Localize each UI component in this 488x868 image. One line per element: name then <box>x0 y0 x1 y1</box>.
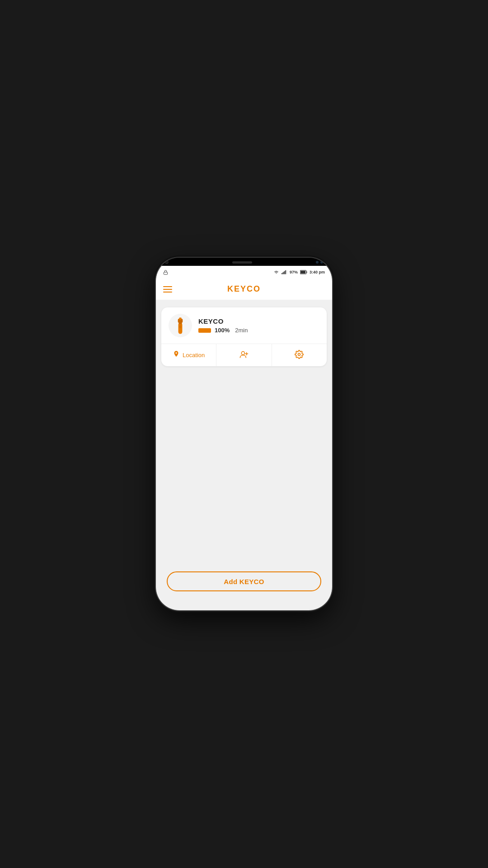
svg-rect-4 <box>285 270 286 274</box>
svg-point-17 <box>298 354 300 356</box>
device-info-row: KEYCO 100% 2min <box>161 307 327 344</box>
add-keyco-wrap: Add KEYCO <box>161 562 327 599</box>
status-left <box>163 270 168 275</box>
phone-frame: 97% 3:40 pm KEYCO <box>156 258 332 610</box>
hamburger-line-1 <box>163 286 172 287</box>
battery-icon <box>300 270 307 274</box>
settings-button[interactable] <box>272 344 327 366</box>
screen-lock-icon <box>163 270 168 275</box>
svg-rect-12 <box>179 317 181 320</box>
wifi-icon <box>273 270 279 274</box>
add-keyco-button[interactable]: Add KEYCO <box>167 571 321 591</box>
svg-rect-8 <box>300 271 305 274</box>
keyco-device-icon <box>174 316 187 335</box>
hamburger-line-2 <box>163 289 172 290</box>
front-camera-icon <box>165 260 169 264</box>
sensor2-icon <box>320 261 323 264</box>
settings-gear-icon <box>295 350 304 360</box>
svg-point-14 <box>241 352 244 355</box>
svg-rect-3 <box>284 271 285 274</box>
add-user-icon <box>239 350 249 360</box>
sensor-icon <box>316 261 319 264</box>
location-label: Location <box>183 352 205 359</box>
svg-rect-0 <box>164 272 167 274</box>
device-details: KEYCO 100% 2min <box>198 317 319 334</box>
bottom-cap <box>156 606 332 610</box>
device-card: KEYCO 100% 2min Loc <box>161 307 327 366</box>
device-icon-wrap <box>169 314 192 337</box>
device-name: KEYCO <box>198 317 319 325</box>
hamburger-line-3 <box>163 292 172 292</box>
main-content: KEYCO 100% 2min Loc <box>156 300 332 606</box>
hamburger-button[interactable] <box>163 286 172 292</box>
battery-text: 97% <box>290 270 298 274</box>
device-actions: Location <box>161 344 327 366</box>
svg-rect-7 <box>306 271 307 273</box>
svg-rect-9 <box>178 323 183 334</box>
battery-bar-fill <box>198 328 211 333</box>
status-bar: 97% 3:40 pm <box>156 266 332 278</box>
svg-point-13 <box>179 325 181 328</box>
app-title: KEYCO <box>227 284 261 294</box>
device-status-row: 100% 2min <box>198 327 319 334</box>
svg-rect-1 <box>282 273 282 274</box>
add-user-button[interactable] <box>216 344 272 366</box>
app-header: KEYCO <box>156 278 332 300</box>
location-pin-icon <box>173 350 180 360</box>
location-button[interactable]: Location <box>161 344 216 366</box>
add-keyco-label: Add KEYCO <box>224 578 264 585</box>
spacer <box>161 366 327 562</box>
signal-icon <box>282 270 287 274</box>
status-right: 97% 3:40 pm <box>273 270 325 274</box>
last-seen: 2min <box>235 327 248 334</box>
time-text: 3:40 pm <box>310 270 325 274</box>
svg-rect-2 <box>283 272 284 274</box>
battery-percent: 100% <box>215 327 230 334</box>
svg-rect-5 <box>286 270 287 274</box>
speaker <box>232 261 252 264</box>
